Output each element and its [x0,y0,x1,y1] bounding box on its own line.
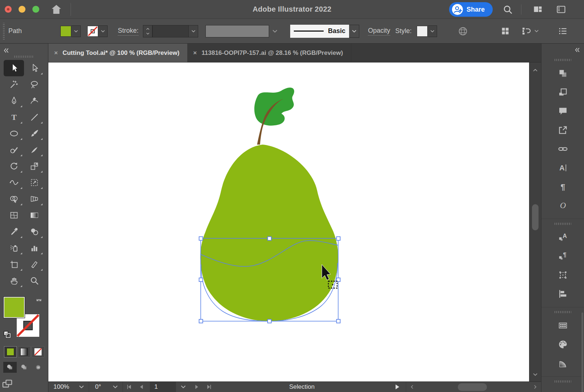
close-tab-icon[interactable]: × [193,49,197,57]
dock-transform-button[interactable] [541,266,584,284]
tool-type[interactable]: T [4,109,24,125]
close-window-button[interactable] [5,6,12,13]
stroke-weight-stepper[interactable] [143,25,152,37]
tool-symbol-sprayer[interactable] [4,240,24,256]
none-button[interactable] [32,346,44,357]
width-profile-select[interactable] [205,25,269,37]
tool-width[interactable] [4,174,24,191]
tool-ellipse[interactable] [4,125,24,142]
dock-comments-button[interactable] [541,102,584,121]
tab-cutting-tool[interactable]: × Cutting Tool.ai* @ 100 % (RGB/Preview) [48,44,187,62]
draw-behind-button[interactable] [17,362,31,373]
chevron-down-icon[interactable] [271,28,279,35]
dock-paragraph-button[interactable]: ¶ [541,177,584,196]
share-button[interactable]: Share [449,2,493,17]
tool-column-graph[interactable] [24,240,44,256]
dock-align-button[interactable] [541,284,584,303]
brush-definition-select[interactable]: Basic [290,25,349,38]
previous-artboard-icon[interactable] [138,383,145,391]
swap-fill-stroke-icon[interactable] [35,298,43,306]
stroke-weight-input[interactable] [152,25,189,37]
next-artboard-icon[interactable] [193,383,200,391]
tool-magic-wand[interactable] [4,76,24,93]
dock-links-button[interactable] [541,140,584,158]
tool-direct-selection[interactable] [24,60,44,76]
tool-line[interactable] [24,109,44,125]
tool-knife[interactable] [24,142,44,158]
fill-swatch[interactable] [4,297,25,318]
dock-opentype-button[interactable]: O [541,196,584,215]
brush-dropdown[interactable] [349,25,359,38]
dock-export-button[interactable] [541,121,584,140]
stroke-color-swatch[interactable] [87,26,98,37]
opacity-label[interactable]: Opacity [368,27,390,36]
dock-color-guide-button[interactable] [541,354,584,373]
fill-color-dropdown[interactable] [71,25,81,37]
dock-scroll-thumb[interactable] [581,312,583,392]
color-themes-icon[interactable] [457,26,468,37]
style-dropdown[interactable] [428,25,437,37]
draw-inside-button[interactable] [32,362,45,373]
last-artboard-icon[interactable] [205,383,213,391]
zoom-dropdown-icon[interactable] [78,383,85,391]
dock-paragraph-styles-button[interactable]: ¶ [541,247,584,266]
search-icon[interactable] [503,4,513,15]
home-icon[interactable] [50,3,63,16]
artboard-dropdown-icon[interactable] [180,383,187,391]
pear-artwork[interactable] [200,88,338,321]
vertical-scrollbar[interactable] [529,62,541,381]
dock-grip[interactable] [555,59,571,61]
tool-curvature[interactable] [24,93,44,109]
tool-gradient[interactable] [24,207,44,223]
dock-grip[interactable] [555,223,571,225]
fill-color-swatch[interactable] [60,26,71,37]
scroll-down-icon[interactable] [532,371,539,378]
scroll-left-icon[interactable] [409,384,415,390]
horizontal-scroll-thumb[interactable] [458,383,487,391]
tool-blend[interactable] [24,223,44,240]
dock-color-button[interactable] [541,335,584,354]
tool-lasso[interactable] [24,76,44,93]
first-artboard-icon[interactable] [125,383,133,391]
stroke-color-dropdown[interactable] [98,25,108,37]
dock-character-button[interactable]: A [541,158,584,177]
distribute-icon[interactable] [521,26,531,36]
close-tab-icon[interactable]: × [54,49,58,57]
dock-character-styles-button[interactable]: A [541,228,584,247]
zoom-window-button[interactable] [32,6,39,13]
dock-grip[interactable] [555,380,571,383]
align-panel-icon[interactable] [500,26,510,36]
default-fill-stroke-icon[interactable] [3,330,12,339]
zoom-level-value[interactable]: 100% [48,383,74,391]
stroke-label[interactable]: Stroke: [118,27,139,36]
scroll-up-icon[interactable] [532,67,539,73]
tool-perspective-grid[interactable] [24,191,44,207]
style-swatch[interactable] [417,26,428,37]
rotation-value[interactable]: 0° [89,383,108,391]
tool-slice[interactable] [24,256,44,272]
tool-selection[interactable] [4,60,24,76]
controlbar-grip[interactable] [3,23,5,40]
play-icon[interactable] [393,383,401,391]
tool-pen[interactable] [4,93,24,109]
vertical-scroll-thumb[interactable] [532,204,539,230]
minimize-window-button[interactable] [19,6,25,13]
tool-shaper[interactable] [4,142,24,158]
expand-panels-icon[interactable] [574,47,581,53]
horizontal-scrollbar[interactable] [406,382,541,392]
tool-eyedropper[interactable] [4,223,24,240]
draw-normal-button[interactable] [3,362,17,373]
color-button[interactable] [4,346,17,357]
artboard-number-field[interactable]: 1 [150,382,176,392]
options-list-icon[interactable] [558,26,568,36]
stroke-weight-dropdown[interactable] [189,25,198,37]
tool-shape-builder[interactable] [4,191,24,207]
dock-artboards-button[interactable] [541,83,584,102]
tab-113816[interactable]: × 113816-OOPI7P-157.ai @ 28.16 % (RGB/Pr… [187,44,351,62]
dock-menu-button[interactable] [541,385,584,392]
rotation-dropdown-icon[interactable] [112,383,119,391]
canvas[interactable] [48,62,529,381]
tool-zoom[interactable] [24,272,44,289]
chevron-down-icon[interactable] [533,28,540,34]
tool-mesh[interactable] [4,207,24,223]
